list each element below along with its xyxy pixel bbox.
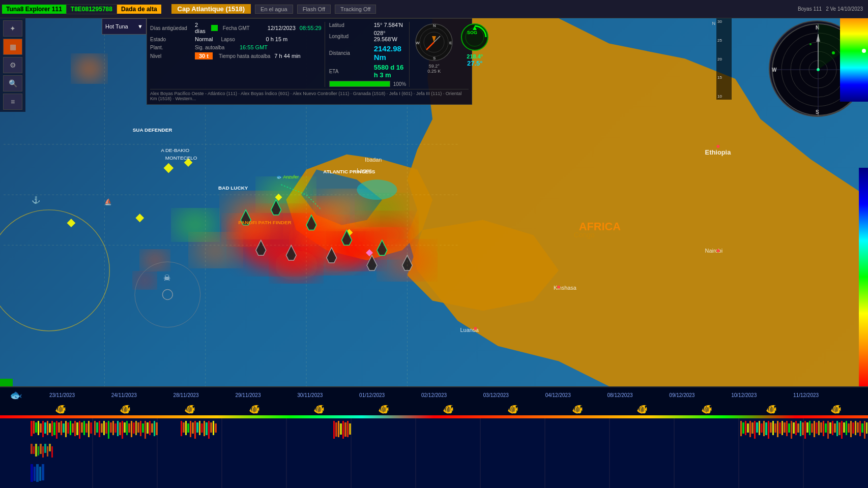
tool-search[interactable]: 🔍 bbox=[3, 75, 22, 92]
svg-rect-138 bbox=[79, 421, 80, 439]
svg-rect-202 bbox=[215, 423, 217, 433]
temp-15: 15 bbox=[717, 75, 731, 80]
compass-rose-small: N S E W 59.2° 0.25 K bbox=[414, 22, 454, 74]
flash-off-button[interactable]: Flash Off bbox=[297, 5, 331, 14]
top-right-info: Boyas 111 2 Ve 14/10/2023 bbox=[798, 6, 868, 12]
svg-rect-204 bbox=[335, 422, 337, 437]
svg-rect-215 bbox=[749, 421, 751, 437]
svg-rect-203 bbox=[333, 421, 335, 439]
svg-rect-243 bbox=[814, 421, 815, 437]
svg-rect-237 bbox=[800, 421, 801, 436]
date-11: 09/12/2023 bbox=[665, 392, 699, 398]
svg-rect-180 bbox=[49, 444, 51, 451]
svg-rect-222 bbox=[765, 422, 767, 435]
svg-rect-121 bbox=[40, 423, 42, 433]
svg-rect-162 bbox=[135, 421, 137, 435]
longitud-label: Longitud bbox=[329, 34, 370, 39]
temp-display: 27.5° bbox=[459, 59, 490, 67]
svg-rect-144 bbox=[94, 421, 96, 435]
svg-rect-191 bbox=[190, 421, 191, 437]
svg-point-99 bbox=[809, 43, 812, 45]
svg-text:S: S bbox=[816, 109, 819, 115]
tool-layers[interactable]: ≡ bbox=[3, 94, 22, 110]
date-10: 08/12/2023 bbox=[603, 392, 636, 398]
svg-rect-227 bbox=[777, 421, 778, 437]
svg-rect-235 bbox=[795, 421, 797, 435]
fecha-date: 12/12/2023 bbox=[268, 25, 296, 31]
svg-rect-212 bbox=[742, 422, 744, 434]
svg-rect-246 bbox=[820, 422, 822, 433]
tracking-off-button[interactable]: Tracking Off bbox=[335, 5, 376, 14]
svg-rect-182 bbox=[31, 464, 33, 482]
svg-text:S: S bbox=[433, 56, 436, 60]
date-2: 24/11/2023 bbox=[107, 392, 141, 398]
svg-rect-201 bbox=[213, 421, 214, 435]
en-agua-button[interactable]: En el agua bbox=[255, 5, 293, 14]
svg-rect-252 bbox=[834, 423, 836, 433]
svg-rect-174 bbox=[35, 444, 37, 456]
svg-rect-132 bbox=[65, 421, 67, 437]
svg-rect-163 bbox=[137, 422, 139, 433]
svg-rect-214 bbox=[747, 423, 749, 433]
svg-rect-259 bbox=[850, 421, 852, 437]
lapso-value: 0 h 15 m bbox=[266, 36, 287, 42]
longitud-value: 028° 29.568'W bbox=[374, 30, 407, 42]
svg-rect-192 bbox=[192, 422, 194, 434]
svg-rect-158 bbox=[126, 421, 128, 435]
status-green-bar bbox=[211, 25, 218, 31]
nivel-value: 30 t bbox=[195, 52, 213, 59]
svg-rect-148 bbox=[103, 421, 105, 435]
svg-rect-242 bbox=[811, 423, 813, 433]
svg-rect-256 bbox=[843, 422, 845, 433]
date-8: 03/12/2023 bbox=[479, 392, 513, 398]
svg-rect-120 bbox=[38, 421, 39, 435]
progress-pct: 100% bbox=[393, 81, 407, 87]
svg-rect-136 bbox=[74, 421, 76, 436]
svg-rect-169 bbox=[151, 423, 153, 433]
dias-value: 2 días bbox=[195, 22, 207, 34]
svg-rect-178 bbox=[44, 444, 46, 453]
svg-rect-165 bbox=[142, 423, 144, 433]
timeline-header: 🐟 23/11/2023 24/11/2023 28/11/2023 29/11… bbox=[0, 387, 868, 403]
svg-rect-125 bbox=[49, 423, 51, 433]
colorbar-indicator bbox=[862, 49, 866, 53]
svg-rect-234 bbox=[793, 422, 795, 434]
svg-rect-185 bbox=[39, 467, 41, 481]
svg-rect-257 bbox=[846, 421, 847, 435]
svg-rect-146 bbox=[99, 421, 100, 437]
vessel-id: T8E081295788 bbox=[66, 4, 117, 14]
tool-heatmap[interactable]: ▦ bbox=[3, 39, 22, 55]
svg-rect-134 bbox=[70, 421, 71, 435]
svg-rect-153 bbox=[114, 423, 117, 433]
info-panel: Días antigüedad 2 días Fecha GMT 12/12/2… bbox=[147, 18, 472, 105]
svg-rect-249 bbox=[827, 421, 829, 439]
svg-rect-198 bbox=[206, 422, 208, 435]
svg-rect-147 bbox=[101, 423, 103, 433]
svg-rect-261 bbox=[855, 421, 856, 435]
svg-rect-154 bbox=[117, 421, 119, 436]
temp-25: 25 bbox=[717, 38, 731, 43]
svg-rect-230 bbox=[784, 422, 786, 433]
svg-rect-156 bbox=[122, 421, 123, 439]
temp-20: 20 bbox=[717, 57, 731, 62]
date-5: 30/11/2023 bbox=[293, 392, 327, 398]
svg-rect-187 bbox=[181, 421, 182, 436]
vessel-selector-label: Hot Tuna bbox=[105, 23, 128, 29]
svg-rect-220 bbox=[761, 423, 763, 433]
svg-rect-213 bbox=[745, 421, 746, 435]
svg-rect-118 bbox=[33, 421, 35, 434]
svg-rect-209 bbox=[347, 421, 349, 437]
tool-compass[interactable]: ✦ bbox=[3, 20, 22, 37]
svg-rect-194 bbox=[196, 422, 198, 433]
svg-rect-217 bbox=[754, 421, 756, 439]
svg-rect-177 bbox=[42, 446, 44, 458]
svg-rect-210 bbox=[349, 423, 351, 435]
vessel-selector[interactable]: Hot Tuna ▼ bbox=[102, 18, 147, 35]
temp-scale: 30 25 20 15 10 bbox=[716, 18, 732, 100]
tool-settings[interactable]: ⚙ bbox=[3, 57, 22, 73]
svg-rect-228 bbox=[779, 422, 781, 434]
svg-rect-150 bbox=[108, 421, 109, 439]
svg-rect-236 bbox=[797, 423, 799, 433]
svg-rect-171 bbox=[156, 422, 158, 435]
nivel-label: Nivel bbox=[150, 53, 191, 59]
